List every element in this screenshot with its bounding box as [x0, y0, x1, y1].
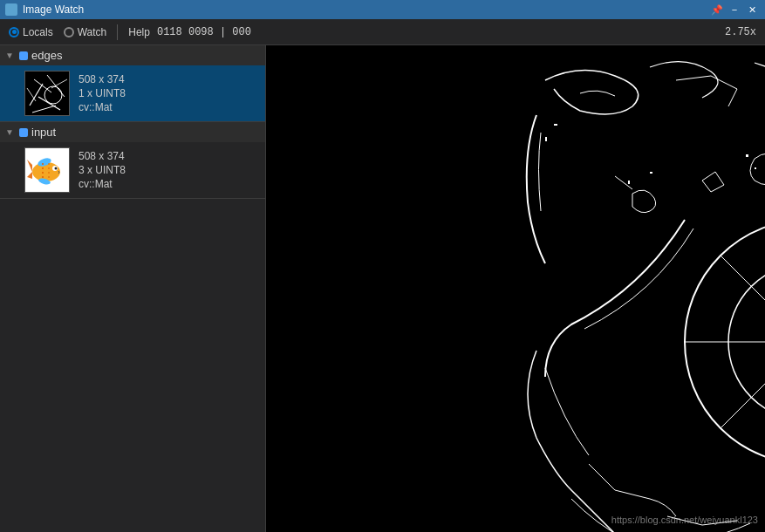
edges-group-name: edges — [31, 49, 62, 62]
minimize-button[interactable]: − — [727, 3, 742, 17]
svg-rect-33 — [554, 124, 557, 126]
toolbar-separator-1 — [117, 24, 118, 40]
input-class: cv::Mat — [79, 178, 126, 190]
edges-image-info: 508 x 374 1 x UINT8 cv::Mat — [79, 73, 126, 113]
title-bar: Image Watch 📌 − ✕ — [0, 0, 765, 19]
svg-rect-31 — [650, 172, 652, 174]
edges-item[interactable]: 508 x 374 1 x UINT8 cv::Mat — [0, 65, 265, 121]
locals-radio[interactable]: Locals — [9, 26, 53, 38]
svg-point-12 — [55, 167, 58, 170]
input-color-dot — [19, 128, 28, 137]
edges-toggle-icon: ▼ — [5, 51, 16, 60]
locals-radio-circle — [9, 27, 19, 38]
pin-button[interactable]: 📌 — [709, 3, 725, 17]
watch-radio-circle — [64, 27, 74, 38]
app-icon — [5, 3, 17, 16]
coord-display: 0118 0098 | 000 — [157, 26, 251, 38]
pixel-value: 000 — [232, 26, 251, 38]
watch-radio[interactable]: Watch — [64, 26, 107, 38]
input-item[interactable]: 508 x 374 3 x UINT8 cv::Mat — [0, 142, 265, 198]
svg-line-5 — [32, 106, 56, 113]
watermark: https://blog.csdn.net/weiyuankl123 — [611, 515, 758, 525]
zoom-display: 2.75x — [725, 26, 756, 38]
svg-line-17 — [755, 63, 765, 80]
help-button[interactable]: Help — [128, 26, 150, 38]
input-channels: 3 x UINT8 — [79, 164, 126, 176]
edges-thumbnail — [24, 71, 70, 116]
edges-class: cv::Mat — [79, 101, 126, 113]
edge-visualization — [266, 45, 765, 532]
coord-separator: | — [220, 26, 232, 38]
svg-marker-9 — [27, 160, 32, 172]
close-button[interactable]: ✕ — [744, 3, 760, 17]
title-bar-left: Image Watch — [5, 3, 84, 16]
edges-color-dot — [19, 51, 28, 60]
watch-label: Watch — [78, 26, 107, 38]
title-bar-controls: 📌 − ✕ — [709, 3, 760, 17]
svg-rect-29 — [755, 167, 756, 169]
svg-marker-10 — [27, 172, 32, 179]
svg-point-6 — [44, 86, 62, 104]
toolbar: Locals Watch Help 0118 0098 | 000 2.75x — [0, 19, 765, 45]
edges-thumb-svg — [25, 71, 69, 116]
coord-xy: 0118 0098 — [157, 26, 214, 38]
main-layout: ▼ edges — [0, 45, 765, 532]
view-mode-radio-group: Locals Watch — [9, 26, 106, 38]
input-group-name: input — [31, 126, 56, 139]
input-dims: 508 x 374 — [79, 150, 126, 162]
input-thumbnail — [24, 147, 70, 193]
input-toggle-icon: ▼ — [5, 127, 16, 137]
input-image-info: 508 x 374 3 x UINT8 cv::Mat — [79, 150, 126, 190]
app-title: Image Watch — [23, 3, 84, 16]
svg-line-7 — [27, 88, 36, 101]
input-group-header[interactable]: ▼ input — [0, 122, 265, 142]
svg-line-1 — [34, 79, 51, 92]
input-thumb-svg — [25, 147, 69, 193]
edges-group: ▼ edges — [0, 45, 265, 122]
locals-label: Locals — [23, 26, 53, 38]
svg-rect-32 — [545, 137, 547, 141]
edges-channels: 1 x UINT8 — [79, 87, 126, 99]
sidebar: ▼ edges — [0, 45, 266, 532]
svg-rect-30 — [628, 181, 630, 184]
edges-group-header[interactable]: ▼ edges — [0, 45, 265, 65]
image-view: https://blog.csdn.net/weiyuankl123 — [266, 45, 765, 532]
input-group: ▼ input — [0, 122, 265, 199]
svg-rect-28 — [746, 154, 748, 157]
edges-dims: 508 x 374 — [79, 73, 126, 85]
